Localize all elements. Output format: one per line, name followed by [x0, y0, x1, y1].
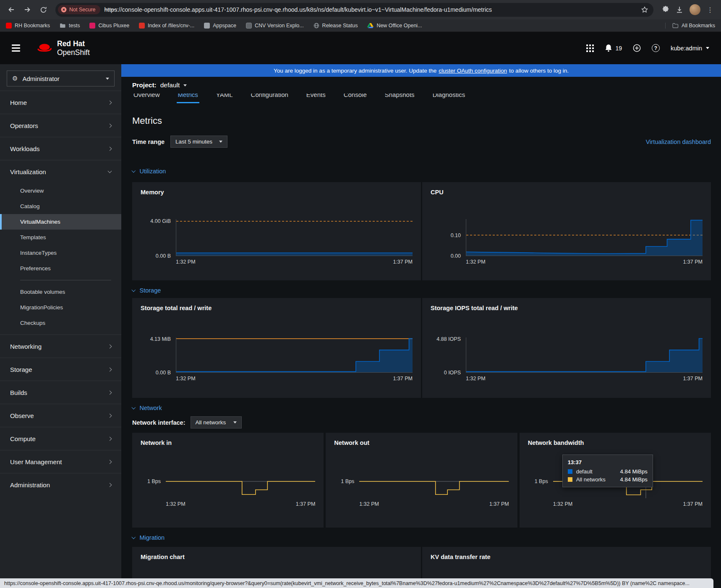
- not-secure-chip[interactable]: Not Secure: [58, 5, 100, 14]
- storage-rw-chart-card: Storage total read / write 4.13 MiB0.00 …: [132, 298, 421, 398]
- chevron-down-icon: [132, 288, 136, 292]
- section-network[interactable]: Network: [132, 405, 711, 411]
- chevron-down-icon: [219, 141, 222, 143]
- reload-button[interactable]: [36, 3, 50, 17]
- help-icon[interactable]: ?: [652, 44, 660, 52]
- back-button[interactable]: [4, 3, 18, 17]
- downloads-icon[interactable]: [676, 6, 683, 13]
- x-axis-labels: 1:32 PM1:37 PM: [466, 259, 703, 265]
- section-migration[interactable]: Migration: [132, 534, 711, 541]
- project-selector[interactable]: Project: default: [121, 77, 721, 94]
- sidebar-item-virtualization[interactable]: Virtualization: [0, 160, 121, 183]
- chevron-right-icon: [108, 483, 112, 487]
- chart-canvas: [166, 465, 315, 498]
- address-bar[interactable]: Not Secure https://console-openshift-con…: [55, 3, 653, 17]
- perspective-label: Administrator: [22, 75, 59, 82]
- sidebar-item-templates[interactable]: Templates: [0, 230, 121, 245]
- perspective-switcher[interactable]: ⚙ Administrator: [7, 71, 115, 86]
- section-storage[interactable]: Storage: [132, 287, 711, 294]
- tab-events[interactable]: Events: [305, 94, 327, 103]
- section-utilization[interactable]: Utilization: [132, 168, 711, 175]
- forward-button[interactable]: [20, 3, 34, 17]
- sidebar-item-checkups[interactable]: Checkups: [0, 315, 121, 331]
- chart-title: CPU: [431, 189, 703, 196]
- extensions-icon[interactable]: [662, 6, 669, 13]
- sidebar-item-migrationpolicies[interactable]: MigrationPolicies: [0, 300, 121, 315]
- bookmark-star-button[interactable]: [641, 6, 648, 13]
- bookmark-item[interactable]: Cibus Pluxee: [89, 23, 129, 29]
- ch evron-down-icon: [183, 84, 187, 86]
- network-interface-label: Network interface:: [132, 419, 185, 426]
- brand-text: Red Hat OpenShift: [57, 39, 90, 56]
- time-range-select[interactable]: Last 5 minutes: [170, 136, 227, 148]
- chart-title: Migration chart: [141, 554, 413, 560]
- url-text[interactable]: https://console-openshift-console.apps.u…: [104, 6, 637, 13]
- chevron-right-icon: [108, 436, 112, 441]
- bookmark-item[interactable]: Index of /files/cnv-...: [139, 23, 194, 29]
- status-url-bar: https://console-openshift-console.apps.u…: [0, 578, 713, 588]
- tab-console[interactable]: Console: [342, 94, 368, 103]
- sidebar-item-preferences[interactable]: Preferences: [0, 261, 121, 276]
- chevron-down-icon: [108, 169, 112, 173]
- sidebar-item-catalog[interactable]: Catalog: [0, 199, 121, 214]
- cpu-chart-plot[interactable]: [466, 219, 703, 256]
- sidebar-item-storage[interactable]: Storage: [0, 358, 121, 381]
- bookmark-item[interactable]: CNV Version Explo...: [246, 23, 304, 29]
- notifications-button[interactable]: 19: [605, 44, 622, 52]
- tab-configuration[interactable]: Configuration: [250, 94, 290, 103]
- sidebar-item-user-management[interactable]: User Management: [0, 450, 121, 473]
- y-axis-label: 4.00 GiB: [150, 218, 171, 224]
- sidebar-item-virt-overview[interactable]: Overview: [0, 183, 121, 199]
- tab-metrics[interactable]: Metrics: [177, 94, 199, 103]
- sidebar-item-workloads[interactable]: Workloads: [0, 137, 121, 160]
- sidebar-item-instancetypes[interactable]: InstanceTypes: [0, 245, 121, 261]
- oauth-config-link[interactable]: cluster OAuth configuration: [439, 68, 507, 74]
- chart-canvas: [466, 219, 703, 256]
- tab-yaml[interactable]: YAML: [215, 94, 234, 103]
- chevron-down-icon: [132, 169, 136, 172]
- all-bookmarks-button[interactable]: All Bookmarks: [665, 23, 715, 29]
- bookmark-item[interactable]: Release Status: [313, 23, 358, 29]
- sidebar-item-virtualmachines[interactable]: VirtualMachines: [0, 214, 121, 230]
- tab-snapshots[interactable]: Snapshots: [384, 94, 416, 103]
- bookmark-item[interactable]: RH Bookmarks: [6, 23, 50, 29]
- sidebar-item-observe[interactable]: Observe: [0, 404, 121, 427]
- storage-iops-chart-plot[interactable]: [466, 337, 703, 373]
- bookmarks-bar: RH Bookmarks tests Cibus Pluxee Index of…: [0, 19, 721, 32]
- import-yaml-icon[interactable]: [633, 44, 641, 52]
- chart-title: Network in: [141, 439, 315, 446]
- sidebar-item-administration[interactable]: Administration: [0, 473, 121, 496]
- series-color-swatch: [568, 477, 572, 482]
- sidebar-item-home[interactable]: Home: [0, 91, 121, 114]
- user-menu[interactable]: kube:admin: [671, 45, 709, 52]
- tab-bar: Overview Metrics YAML Configuration Even…: [121, 94, 721, 105]
- nav-toggle-icon[interactable]: [12, 44, 20, 52]
- virtualization-dashboard-link[interactable]: Virtualization dashboard: [646, 139, 711, 145]
- memory-chart-plot[interactable]: [176, 219, 413, 256]
- y-axis-label: 0.10: [451, 233, 461, 238]
- tab-overview[interactable]: Overview: [132, 94, 161, 103]
- network-in-chart-plot[interactable]: [166, 465, 315, 498]
- chevron-down-icon: [706, 47, 709, 49]
- bookmark-item[interactable]: Appspace: [204, 23, 236, 29]
- sidebar-item-operators[interactable]: Operators: [0, 114, 121, 137]
- brand-logo[interactable]: Red Hat OpenShift: [35, 39, 90, 56]
- sidebar-item-bootable-volumes[interactable]: Bootable volumes: [0, 284, 121, 300]
- app-launcher-icon[interactable]: [586, 44, 594, 52]
- x-axis-labels: 1:32 PM1:37 PM: [466, 376, 703, 382]
- sidebar-item-networking[interactable]: Networking: [0, 335, 121, 358]
- bookmark-folder[interactable]: tests: [60, 23, 80, 29]
- storage-rw-chart-plot[interactable]: [176, 337, 413, 373]
- chevron-right-icon: [108, 344, 112, 348]
- tab-diagnostics[interactable]: Diagnostics: [431, 94, 467, 103]
- network-out-chart-plot[interactable]: [359, 465, 509, 498]
- bookmark-item[interactable]: New Office Openi...: [367, 23, 422, 29]
- browser-menu-icon[interactable]: ⋮: [707, 6, 713, 14]
- sidebar-item-builds[interactable]: Builds: [0, 381, 121, 404]
- chart-canvas: [176, 337, 413, 372]
- avatar[interactable]: [690, 4, 700, 15]
- sidebar-item-compute[interactable]: Compute: [0, 427, 121, 450]
- network-interface-select[interactable]: All networks: [191, 416, 242, 429]
- masthead-actions: 19 ? kube:admin: [586, 44, 709, 52]
- x-axis-labels: 1:32 PM1:37 PM: [553, 501, 703, 507]
